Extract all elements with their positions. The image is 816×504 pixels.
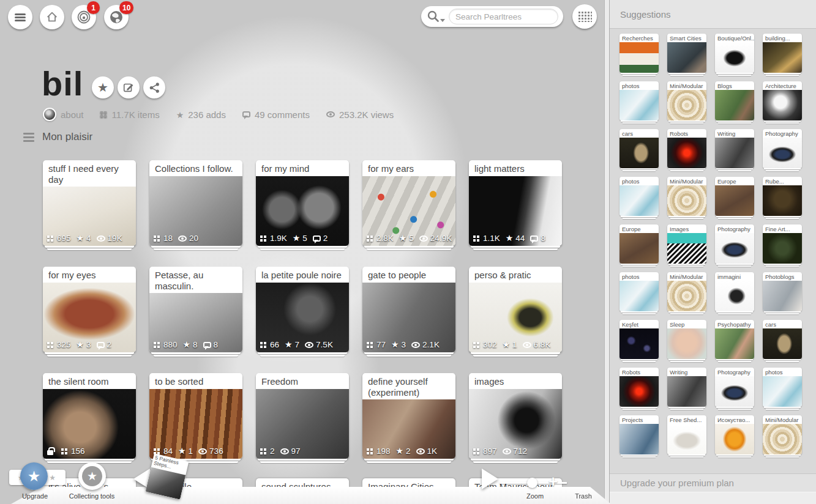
suggestion-card[interactable]: Projects [619, 415, 659, 459]
suggestion-card[interactable]: Photography [715, 224, 754, 269]
collection-card[interactable]: Freedom 2 97 [256, 373, 349, 464]
suggestion-title: Mini/Modular [667, 81, 706, 90]
stat-icon [367, 342, 369, 344]
stat-value: 198 [376, 447, 391, 456]
suggestion-card[interactable]: Rube... [763, 177, 802, 221]
suggestion-card[interactable]: Mini/Modular [763, 415, 802, 459]
premium-plan-banner[interactable]: Upgrade your premium plan [610, 473, 816, 492]
suggestion-card[interactable]: Mini/Modular [667, 272, 706, 316]
suggestion-card[interactable]: Mini/Modular [667, 81, 706, 125]
upgrade-label[interactable]: Upgrade [12, 492, 58, 500]
notifications-button[interactable]: 1 [72, 5, 96, 29]
card-title: for my mind [256, 160, 349, 176]
section-handle-icon[interactable] [23, 133, 34, 142]
collecting-tools-button[interactable]: ★ [78, 462, 106, 490]
collection-card[interactable]: the silent room 156 [43, 373, 136, 464]
suggestion-card[interactable]: Robots [619, 368, 659, 412]
search-icon[interactable] [427, 10, 445, 23]
card-thumbnail: 84 1 736 [149, 389, 242, 459]
card-stack-effect [716, 311, 753, 313]
suggestion-card[interactable]: photos [619, 272, 659, 316]
suggestion-card[interactable]: Mini/Modular [667, 177, 706, 221]
stat-value: 3 [402, 340, 406, 349]
stat-value: 20 [189, 234, 198, 243]
suggestion-card[interactable]: photos [619, 81, 659, 125]
suggestion-card[interactable]: Photography [763, 129, 802, 173]
card-title: la petite poule noire [256, 267, 349, 283]
suggestion-card[interactable]: Writing [715, 129, 754, 173]
stat-icon [77, 340, 84, 349]
scroll-right-arrow[interactable] [482, 469, 498, 489]
suggestion-card[interactable]: Boutique/Onl... [715, 34, 754, 78]
collection-card[interactable]: for my eyes 325 3 2 [43, 267, 136, 357]
suggestion-card[interactable]: building... [763, 34, 802, 78]
home-button[interactable] [40, 5, 64, 29]
suggestion-thumbnail [715, 90, 754, 120]
suggestion-card[interactable]: Robots [667, 129, 706, 173]
card-stack-effect [258, 246, 347, 248]
collection-card[interactable]: light matters 1.1K 44 8 [469, 160, 562, 251]
collection-card[interactable]: la petite poule noire 66 7 7.5K [256, 267, 349, 357]
collection-card[interactable]: stuff I need every day 695 4 19K [43, 160, 136, 251]
card-stats: 18 20 [154, 234, 198, 243]
suggestion-card[interactable]: Recherches [619, 34, 659, 78]
search-input[interactable] [449, 9, 558, 24]
collection-card[interactable]: for my ears 2.8K 5 24.9K [362, 160, 455, 251]
suggestion-card[interactable]: immagini [715, 272, 754, 316]
about-link[interactable]: about [43, 108, 84, 121]
favorite-button[interactable]: ★ [92, 76, 114, 98]
suggestion-card[interactable]: Sleep [667, 320, 706, 364]
card-stats: 84 1 736 [154, 447, 223, 456]
suggestion-card[interactable]: Architecture [763, 81, 802, 125]
adds-icon [176, 109, 184, 120]
collecting-tools-label[interactable]: Collecting tools [61, 492, 122, 500]
collection-card[interactable]: perso & pratic 302 1 6.8K [469, 267, 562, 357]
card-stack-effect [45, 352, 134, 354]
suggestion-card[interactable]: photos [763, 368, 802, 412]
suggestion-card[interactable]: Free Shed... [667, 415, 706, 459]
stat-icon [473, 448, 476, 451]
collection-card[interactable]: images 897 712 [469, 373, 562, 464]
suggestion-card[interactable]: Blogs [715, 81, 754, 125]
collection-card[interactable]: Collections I follow. 18 20 [149, 160, 242, 251]
suggestion-card[interactable]: cars [619, 129, 659, 173]
suggestion-card[interactable]: cars [763, 320, 802, 364]
suggestion-card[interactable]: Smart Cities [667, 34, 706, 78]
notification-badge: 1 [87, 1, 100, 14]
suggestion-card[interactable]: Psychopathy [715, 320, 754, 364]
suggestion-card[interactable]: Writing [667, 368, 706, 412]
suggestion-thumbnail [715, 376, 754, 407]
card-stack-effect [258, 352, 347, 354]
share-button[interactable] [143, 76, 165, 98]
panel-divider [604, 0, 609, 504]
card-title: the silent room [43, 373, 136, 389]
suggestion-card[interactable]: Photoblogs [763, 272, 802, 316]
stat-value: 3 [86, 340, 91, 349]
collection-card[interactable]: for my mind 1.9K 5 2 [256, 160, 349, 251]
suggestion-card[interactable]: Europe [619, 224, 659, 269]
suggestion-card[interactable]: Images [667, 224, 706, 269]
edit-button[interactable] [118, 76, 140, 98]
search-bar[interactable] [421, 6, 563, 27]
suggestion-thumbnail [619, 424, 659, 454]
zoom-slider-knob[interactable] [527, 478, 537, 488]
suggestion-card[interactable]: Исокуство... [715, 415, 754, 459]
apps-button[interactable] [572, 4, 597, 29]
card-stack-effect [151, 246, 241, 248]
upgrade-button[interactable]: ★ [20, 462, 48, 490]
stat-icon [419, 235, 428, 242]
suggestion-card[interactable]: Fine Art... [763, 224, 802, 269]
menu-button[interactable] [8, 5, 32, 29]
suggestion-card[interactable]: Keşfet [619, 320, 659, 364]
suggestion-card[interactable]: Europe [715, 177, 754, 221]
collection-card[interactable]: Petasse, au masculin. 880 8 8 [149, 267, 242, 357]
network-button[interactable]: 10 [104, 5, 129, 29]
card-stats: 77 3 2.1K [367, 340, 440, 349]
zoom-in-icon[interactable]: + [548, 472, 558, 491]
collection-card[interactable]: gate to people 77 3 2.1K [362, 267, 455, 357]
suggestion-card[interactable]: photos [619, 177, 659, 221]
collection-card[interactable]: define yourself (experiment) 198 2 1K [362, 373, 455, 464]
collection-card[interactable]: to be sorted 84 1 736 [149, 373, 242, 464]
suggestion-card[interactable]: Photography [715, 368, 754, 412]
card-title: to be sorted [149, 373, 242, 389]
